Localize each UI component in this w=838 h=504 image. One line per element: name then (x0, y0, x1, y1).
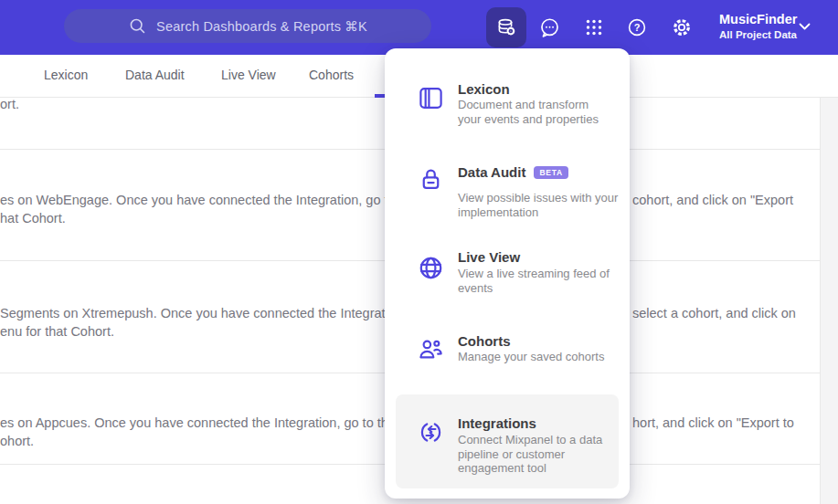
beta-badge: BETA (534, 166, 568, 179)
row-text: hat Cohort. (0, 209, 393, 227)
row-text: ohort. (0, 432, 393, 450)
tab-lexicon[interactable]: Lexicon (44, 68, 88, 82)
menu-item-desc: Manage your saved cohorts (458, 350, 624, 364)
menu-item-desc: View possible issues with your implement… (458, 191, 624, 219)
menu-item-cohorts[interactable]: Cohorts Manage your saved cohorts (385, 328, 630, 387)
people-icon (416, 334, 445, 363)
row-text: hort, and click on "Export to (632, 414, 794, 432)
menu-item-lexicon[interactable]: Lexicon Document and transform your even… (385, 76, 630, 153)
chat-bubble-icon (538, 16, 561, 39)
row-text: enu for that Cohort. (0, 322, 393, 341)
row-text: es on WebEngage. Once you have connected… (0, 191, 393, 209)
menu-item-title: Lexicon (458, 82, 510, 97)
sync-arrows-icon (416, 417, 445, 446)
navigation-dropdown: Lexicon Document and transform your even… (385, 48, 630, 499)
row-text: select a cohort, and click on (632, 304, 796, 322)
apps-grid-button[interactable] (574, 7, 614, 47)
menu-item-title: Cohorts (458, 334, 511, 349)
data-audit-icon (416, 164, 445, 194)
help-icon: ? (626, 16, 648, 38)
row-text: Segments on Xtremepush. Once you have co… (0, 304, 393, 322)
lexicon-book-icon (416, 83, 445, 112)
menu-item-integrations[interactable]: Integrations Connect Mixpanel to a data … (385, 410, 630, 504)
tab-data-audit[interactable]: Data Audit (125, 68, 185, 82)
search-input[interactable]: Search Dashboards & Reports ⌘K (64, 9, 431, 43)
grid-icon (583, 16, 605, 38)
menu-item-desc: Document and transform your events and p… (458, 98, 624, 126)
tab-live-view[interactable]: Live View (221, 68, 276, 82)
data-management-button[interactable] (486, 7, 526, 47)
menu-item-title: Live View (458, 250, 520, 265)
search-icon (128, 16, 147, 36)
gear-icon (671, 16, 693, 38)
project-subtitle: All Project Data (719, 28, 797, 41)
project-switcher[interactable]: MusicFinder All Project Data (719, 11, 797, 41)
menu-item-desc: View a live streaming feed of events (458, 267, 624, 295)
menu-item-title-text: Data Audit (458, 165, 525, 180)
data-management-icon (495, 16, 517, 38)
top-bar: Search Dashboards & Reports ⌘K (0, 0, 838, 55)
globe-icon (416, 253, 445, 282)
app-window: ort. es on WebEngage. Once you have conn… (0, 0, 838, 504)
project-name: MusicFinder (719, 11, 797, 28)
menu-item-title: Data Audit BETA (458, 165, 568, 180)
svg-text:?: ? (634, 22, 641, 33)
menu-item-live-view[interactable]: Live View View a live streaming feed of … (385, 244, 630, 326)
chevron-down-icon[interactable] (799, 23, 811, 31)
messages-button[interactable] (529, 7, 569, 47)
search-placeholder: Search Dashboards & Reports ⌘K (156, 19, 367, 34)
settings-button[interactable] (662, 7, 702, 47)
menu-item-title: Integrations (458, 416, 536, 431)
page-gutter (820, 98, 838, 504)
tab-cohorts[interactable]: Cohorts (309, 68, 354, 82)
menu-item-data-audit[interactable]: Data Audit BETA View possible issues wit… (385, 158, 630, 240)
clipped-text: ort. (0, 95, 393, 113)
row-text: es on Appcues. Once you have connected t… (0, 414, 393, 432)
help-button[interactable]: ? (617, 7, 657, 47)
menu-item-desc: Connect Mixpanel to a data pipeline or c… (458, 433, 624, 476)
row-text: cohort, and click on "Export (632, 191, 793, 209)
